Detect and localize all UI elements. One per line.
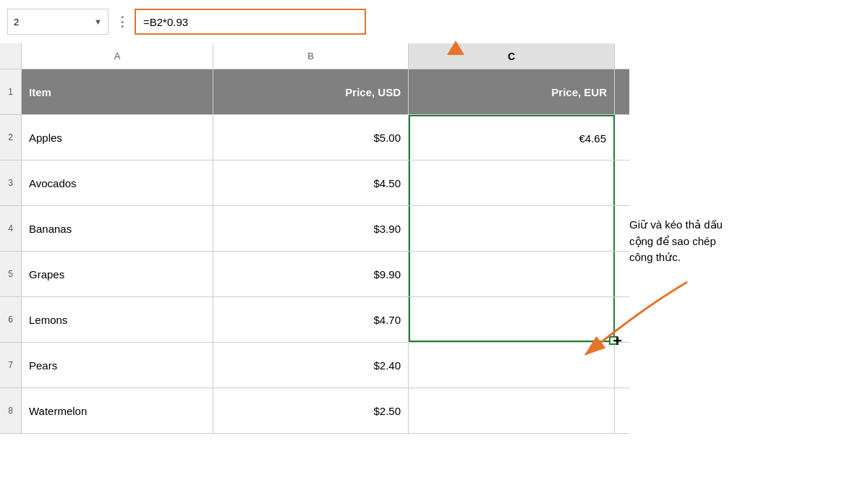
row-num-7: 7	[0, 343, 22, 388]
row-num-6: 6	[0, 297, 22, 342]
name-box-value: 2	[14, 17, 91, 27]
cell-b-3[interactable]: $4.50	[213, 160, 409, 205]
cell-c-5[interactable]	[409, 252, 615, 296]
cell-c-7[interactable]	[409, 343, 615, 388]
annotation-line1: Giữ và kéo thả dấu	[629, 218, 723, 231]
table-row: 5 Grapes $9.90	[0, 252, 629, 297]
cell-c-8[interactable]	[409, 388, 615, 433]
cell-b-8[interactable]: $2.50	[213, 388, 409, 433]
name-box-dropdown-icon[interactable]: ▼	[94, 17, 102, 26]
fill-handle-cross-icon: +	[613, 333, 622, 349]
header-priceusd-cell: Price, USD	[213, 69, 409, 114]
annotation-text: Giữ và kéo thả dấu cộng để sao chép công…	[629, 217, 854, 266]
row-num-2: 2	[0, 115, 22, 160]
cell-b-4[interactable]: $3.90	[213, 206, 409, 251]
formula-bar: 2 ▼ ⋮	[0, 0, 629, 43]
cell-c-4[interactable]	[409, 206, 615, 251]
cell-a-4[interactable]: Bananas	[22, 206, 213, 251]
column-headers: A B C	[0, 43, 629, 69]
cell-a-2[interactable]: Apples	[22, 115, 213, 160]
formula-divider-icon: ⋮	[116, 14, 127, 30]
header-priceeur-cell: Price, EUR	[409, 69, 615, 114]
cell-c-2[interactable]: €4.65	[409, 115, 615, 160]
table-row: 6 Lemons $4.70 +	[0, 297, 629, 343]
col-header-a: A	[22, 43, 213, 69]
name-box[interactable]: 2 ▼	[7, 9, 109, 35]
arrow-up-icon	[447, 40, 464, 55]
cell-c-6[interactable]: +	[409, 297, 615, 342]
table-header-row: 1 Item Price, USD Price, EUR	[0, 69, 629, 115]
cell-a-3[interactable]: Avocados	[22, 160, 213, 205]
table-row: 3 Avocados $4.50	[0, 160, 629, 206]
cell-b-2[interactable]: $5.00	[213, 115, 409, 160]
table-row: 8 Watermelon $2.50	[0, 388, 629, 434]
row-num-header	[0, 43, 22, 69]
col-header-b: B	[213, 43, 409, 69]
row-num-4: 4	[0, 206, 22, 251]
row-num-1: 1	[0, 69, 22, 114]
table-row: 4 Bananas $3.90	[0, 206, 629, 252]
table-body: 1 Item Price, USD Price, EUR 2 Apples $5…	[0, 69, 629, 434]
row-num-5: 5	[0, 252, 22, 296]
cell-b-6[interactable]: $4.70	[213, 297, 409, 342]
cell-b-7[interactable]: $2.40	[213, 343, 409, 388]
row-num-8: 8	[0, 388, 22, 433]
formula-input[interactable]	[135, 9, 366, 35]
cell-a-8[interactable]: Watermelon	[22, 388, 213, 433]
row-num-3: 3	[0, 160, 22, 205]
cell-b-5[interactable]: $9.90	[213, 252, 409, 296]
cell-a-6[interactable]: Lemons	[22, 297, 213, 342]
annotation-line2: cộng để sao chép	[629, 235, 716, 247]
col-header-c[interactable]: C	[409, 43, 615, 69]
table-row: 2 Apples $5.00 €4.65	[0, 115, 629, 160]
cell-c-3[interactable]	[409, 160, 615, 205]
cell-a-7[interactable]: Pears	[22, 343, 213, 388]
cell-a-5[interactable]: Grapes	[22, 252, 213, 296]
spreadsheet: 2 ▼ ⋮ A B C 1 Item Price, USD Price, EUR…	[0, 0, 629, 488]
annotation-line3: công thức.	[629, 251, 681, 263]
header-item-cell: Item	[22, 69, 213, 114]
table-row: 7 Pears $2.40	[0, 343, 629, 388]
